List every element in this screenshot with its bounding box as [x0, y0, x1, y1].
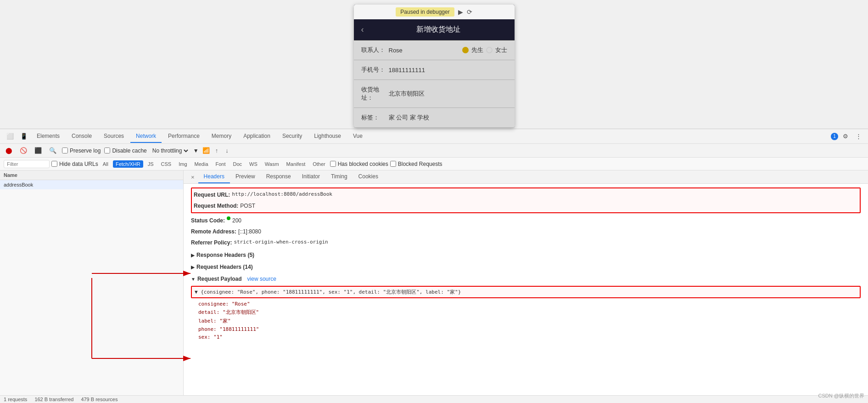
- status-code-val: 200: [232, 216, 241, 225]
- filter-fetch-xhr[interactable]: Fetch/XHR: [113, 160, 143, 168]
- payload-tree-row: sex: "1": [198, 333, 861, 341]
- request-item[interactable]: addressBook: [0, 180, 183, 189]
- detail-tab-headers[interactable]: Headers: [198, 170, 230, 183]
- request-method-val: POST: [240, 202, 255, 210]
- tab-sources[interactable]: Sources: [98, 130, 129, 143]
- filter-img[interactable]: Img: [176, 160, 190, 168]
- devtools-panel: ⬜ 📱 Elements Console Sources Network Per…: [0, 129, 868, 403]
- ms-label: 女士: [495, 46, 507, 54]
- blocked-requests-checkbox[interactable]: [390, 161, 396, 167]
- filter-media[interactable]: Media: [192, 160, 211, 168]
- payload-arrow: ▼: [191, 277, 196, 282]
- address-label: 收货地址：: [361, 85, 389, 102]
- preserve-log-label[interactable]: Preserve log: [62, 148, 101, 154]
- notification-badge: 1: [831, 133, 838, 140]
- filter-doc[interactable]: Doc: [230, 160, 245, 168]
- record-btn[interactable]: ⬤: [4, 146, 14, 155]
- close-detail-btn[interactable]: ×: [187, 170, 198, 183]
- tab-network[interactable]: Network: [130, 130, 162, 143]
- referrer-policy-row: Referrer Policy: strict-origin-when-cros…: [191, 237, 861, 248]
- download-btn[interactable]: ↓: [224, 146, 230, 155]
- filter-wasm[interactable]: Wasm: [262, 160, 282, 168]
- request-headers-header[interactable]: ▶ Request Headers (14): [191, 262, 861, 272]
- payload-summary: {consignee: "Rose", phone: "18811111111"…: [201, 289, 461, 295]
- phone-value: 18811111111: [389, 67, 507, 74]
- detail-tab-initiator[interactable]: Initiator: [297, 170, 325, 183]
- contact-row: 联系人： Rose 先生 女士: [354, 40, 515, 60]
- tab-performance[interactable]: Performance: [162, 130, 205, 143]
- request-url-row: Request URL: http://localhost:8080/addre…: [194, 189, 858, 200]
- search-btn[interactable]: 🔍: [47, 146, 58, 155]
- request-headers-section[interactable]: ▶ Request Headers (14): [191, 262, 861, 272]
- page-title: 新增收货地址: [370, 25, 507, 34]
- address-row: 收货地址： 北京市朝阳区: [354, 80, 515, 108]
- more-icon[interactable]: ⋮: [853, 131, 864, 142]
- tab-console[interactable]: Console: [66, 130, 97, 143]
- disable-cache-label[interactable]: Disable cache: [104, 148, 146, 154]
- payload-summary-box: ▼ {consignee: "Rose", phone: "1881111111…: [191, 286, 861, 298]
- view-source-link[interactable]: view source: [247, 276, 276, 282]
- devtools-tab-bar: ⬜ 📱 Elements Console Sources Network Per…: [0, 129, 868, 144]
- filter-icon[interactable]: ⬛: [33, 146, 44, 155]
- upload-btn[interactable]: ↑: [213, 146, 220, 155]
- filter-other[interactable]: Other: [310, 160, 328, 168]
- blocked-requests-label[interactable]: Blocked Requests: [390, 161, 442, 167]
- response-headers-header[interactable]: ▶ Response Headers (5): [191, 250, 861, 260]
- filter-input[interactable]: [4, 160, 50, 168]
- payload-title: Request Payload: [197, 276, 242, 282]
- detail-tab-response[interactable]: Response: [261, 170, 297, 183]
- devtools-top-right: 1 ⚙ ⋮: [831, 131, 864, 142]
- tab-application[interactable]: Application: [238, 130, 276, 143]
- hide-data-urls-text: Hide data URLs: [59, 161, 98, 167]
- filter-bar: Hide data URLs All Fetch/XHR JS CSS Img …: [0, 158, 868, 170]
- devtools-main: Name addressBook × Headers Preview Respo…: [0, 170, 868, 395]
- resume-btn[interactable]: ▶: [458, 8, 463, 16]
- tab-elements[interactable]: Elements: [31, 130, 65, 143]
- payload-tree-row: phone: "18811111111": [198, 325, 861, 333]
- detail-tab-cookies[interactable]: Cookies: [353, 170, 384, 183]
- tab-lighthouse[interactable]: Lighthouse: [308, 130, 347, 143]
- filter-ws[interactable]: WS: [246, 160, 260, 168]
- clear-btn[interactable]: 🚫: [18, 146, 29, 155]
- filter-css[interactable]: CSS: [158, 160, 174, 168]
- phone-row: 手机号： 18811111111: [354, 60, 515, 80]
- disable-cache-checkbox[interactable]: [104, 148, 110, 153]
- blocked-requests-text: Blocked Requests: [398, 161, 442, 167]
- network-toolbar: ⬤ 🚫 ⬛ 🔍 Preserve log Disable cache No th…: [0, 144, 868, 158]
- throttle-select[interactable]: No throttling: [151, 147, 190, 154]
- hide-data-urls-checkbox[interactable]: [51, 161, 57, 167]
- back-arrow[interactable]: ‹: [361, 25, 364, 34]
- response-headers-section[interactable]: ▶ Response Headers (5): [191, 250, 861, 260]
- has-blocked-cookies-checkbox[interactable]: [330, 161, 336, 167]
- inspect-icon[interactable]: ⬜: [4, 131, 17, 142]
- payload-tree: consignee: "Rose" detail: "北京市朝阳区" label…: [191, 300, 861, 341]
- settings-icon[interactable]: ⚙: [840, 131, 851, 142]
- gender-radio: 先生 女士: [462, 46, 507, 54]
- tab-security[interactable]: Security: [277, 130, 308, 143]
- filter-all[interactable]: All: [100, 160, 111, 168]
- has-blocked-cookies-text: Has blocked cookies: [338, 161, 388, 167]
- detail-tab-timing[interactable]: Timing: [325, 170, 353, 183]
- device-icon[interactable]: 📱: [17, 131, 30, 142]
- radio-ms[interactable]: [486, 47, 493, 53]
- name-column-header: Name: [4, 172, 17, 178]
- mobile-form: 联系人： Rose 先生 女士 手机号： 18811111111 收货地址： 北…: [354, 40, 515, 128]
- has-blocked-cookies-label[interactable]: Has blocked cookies: [330, 161, 388, 167]
- preserve-log-checkbox[interactable]: [62, 148, 68, 153]
- radio-mr[interactable]: [462, 47, 469, 53]
- request-method-key: Request Method:: [194, 202, 238, 210]
- filter-font[interactable]: Font: [213, 160, 229, 168]
- tab-vue[interactable]: Vue: [347, 130, 368, 143]
- requests-count: 1 requests: [4, 397, 27, 402]
- status-code-row: Status Code: 200: [191, 215, 861, 226]
- transferred-size: 162 B transferred: [34, 397, 73, 402]
- referrer-policy-val: strict-origin-when-cross-origin: [234, 238, 328, 247]
- tab-memory[interactable]: Memory: [206, 130, 237, 143]
- payload-tree-row: consignee: "Rose": [198, 300, 861, 308]
- arrow-icon-2: ▶: [191, 265, 195, 270]
- detail-tab-preview[interactable]: Preview: [230, 170, 261, 183]
- filter-manifest[interactable]: Manifest: [284, 160, 308, 168]
- filter-js[interactable]: JS: [145, 160, 157, 168]
- hide-data-urls-label[interactable]: Hide data URLs: [51, 161, 98, 167]
- step-over-btn[interactable]: ⟳: [467, 8, 472, 16]
